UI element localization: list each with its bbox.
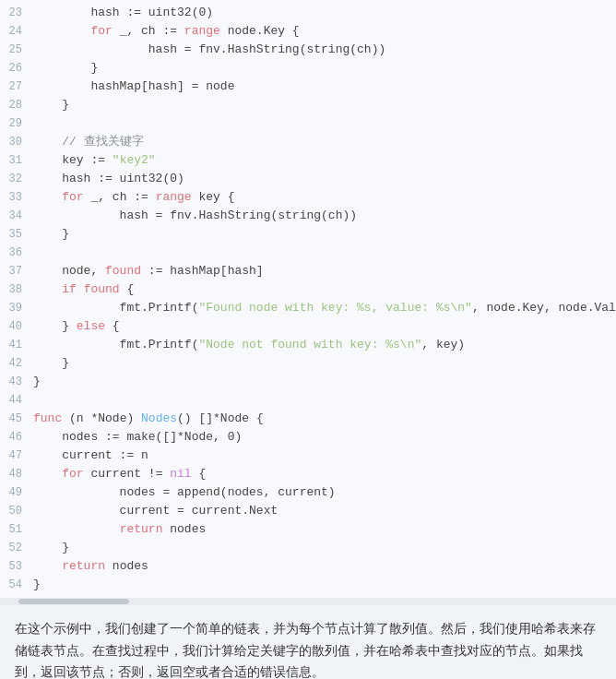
- line-number: 38: [0, 280, 33, 299]
- code-line: 50 current = current.Next: [0, 502, 616, 520]
- line-content: if found {: [33, 280, 616, 299]
- code-block: 23 hash := uint32(0)24 for _, ch := rang…: [0, 0, 616, 598]
- line-number: 34: [0, 207, 33, 225]
- code-line: 40 } else {: [0, 317, 616, 336]
- line-number: 45: [0, 410, 33, 428]
- code-line: 41 fmt.Printf("Node not found with key: …: [0, 336, 616, 354]
- line-content: return nodes: [33, 520, 616, 539]
- code-line: 44: [0, 391, 616, 410]
- code-line: 23 hash := uint32(0): [0, 4, 616, 22]
- description-area: 在这个示例中，我们创建了一个简单的链表，并为每个节点计算了散列值。然后，我们使用…: [0, 605, 616, 679]
- code-line: 25 hash = fnv.HashString(string(ch)): [0, 41, 616, 59]
- code-line: 39 fmt.Printf("Found node with key: %s, …: [0, 299, 616, 317]
- code-line: 27 hashMap[hash] = node: [0, 77, 616, 96]
- code-line: 32 hash := uint32(0): [0, 170, 616, 188]
- code-line: 24 for _, ch := range node.Key {: [0, 22, 616, 41]
- code-line: 28 }: [0, 96, 616, 114]
- line-number: 48: [0, 465, 33, 483]
- line-content: }: [33, 539, 616, 557]
- line-number: 41: [0, 336, 33, 354]
- line-content: key := "key2": [33, 151, 616, 170]
- line-number: 29: [0, 114, 33, 133]
- code-line: 52 }: [0, 539, 616, 557]
- line-number: 30: [0, 133, 33, 151]
- line-content: for _, ch := range node.Key {: [33, 22, 616, 41]
- code-line: 29: [0, 114, 616, 133]
- code-line: 34 hash = fnv.HashString(string(ch)): [0, 207, 616, 225]
- line-number: 26: [0, 59, 33, 77]
- code-line: 53 return nodes: [0, 557, 616, 576]
- line-number: 32: [0, 170, 33, 188]
- line-content: // 查找关键字: [33, 133, 616, 151]
- line-content: nodes = append(nodes, current): [33, 483, 616, 502]
- line-number: 44: [0, 391, 33, 410]
- line-number: 36: [0, 244, 33, 262]
- line-number: 47: [0, 447, 33, 465]
- code-line: 43}: [0, 373, 616, 391]
- line-content: current = current.Next: [33, 502, 616, 520]
- code-container: 23 hash := uint32(0)24 for _, ch := rang…: [0, 0, 616, 605]
- line-content: current := n: [33, 447, 616, 465]
- line-content: }: [33, 354, 616, 373]
- code-line: 33 for _, ch := range key {: [0, 188, 616, 207]
- line-number: 24: [0, 22, 33, 41]
- code-line: 47 current := n: [0, 447, 616, 465]
- line-number: 27: [0, 77, 33, 96]
- line-number: 25: [0, 41, 33, 59]
- code-line: 48 for current != nil {: [0, 465, 616, 483]
- code-line: 30 // 查找关键字: [0, 133, 616, 151]
- line-number: 49: [0, 483, 33, 502]
- description-text: 在这个示例中，我们创建了一个简单的链表，并为每个节点计算了散列值。然后，我们使用…: [15, 622, 596, 679]
- line-content: hash = fnv.HashString(string(ch)): [33, 207, 616, 225]
- line-number: 51: [0, 520, 33, 539]
- line-number: 35: [0, 225, 33, 244]
- line-content: }: [33, 96, 616, 114]
- line-content: hash = fnv.HashString(string(ch)): [33, 41, 616, 59]
- line-content: func (n *Node) Nodes() []*Node {: [33, 410, 616, 428]
- code-line: 37 node, found := hashMap[hash]: [0, 262, 616, 280]
- code-line: 51 return nodes: [0, 520, 616, 539]
- line-number: 40: [0, 317, 33, 336]
- line-number: 23: [0, 4, 33, 22]
- line-content: }: [33, 373, 616, 391]
- line-number: 52: [0, 539, 33, 557]
- line-number: 37: [0, 262, 33, 280]
- line-content: fmt.Printf("Node not found with key: %s\…: [33, 336, 616, 354]
- line-number: 54: [0, 576, 33, 594]
- line-content: }: [33, 225, 616, 244]
- code-line: 46 nodes := make([]*Node, 0): [0, 428, 616, 447]
- code-line: 36: [0, 244, 616, 262]
- main-container: 23 hash := uint32(0)24 for _, ch := rang…: [0, 0, 616, 679]
- line-number: 50: [0, 502, 33, 520]
- line-content: for _, ch := range key {: [33, 188, 616, 207]
- line-number: 39: [0, 299, 33, 317]
- line-number: 31: [0, 151, 33, 170]
- code-line: 49 nodes = append(nodes, current): [0, 483, 616, 502]
- line-content: for current != nil {: [33, 465, 616, 483]
- line-content: return nodes: [33, 557, 616, 576]
- line-number: 42: [0, 354, 33, 373]
- line-content: }: [33, 59, 616, 77]
- code-line: 54}: [0, 576, 616, 594]
- code-line: 42 }: [0, 354, 616, 373]
- line-number: 43: [0, 373, 33, 391]
- line-content: hash := uint32(0): [33, 4, 616, 22]
- code-line: 35 }: [0, 225, 616, 244]
- scrollbar-thumb[interactable]: [18, 599, 129, 604]
- line-content: fmt.Printf("Found node with key: %s, val…: [33, 299, 616, 317]
- code-line: 38 if found {: [0, 280, 616, 299]
- line-number: 28: [0, 96, 33, 114]
- line-number: 33: [0, 188, 33, 207]
- line-content: node, found := hashMap[hash]: [33, 262, 616, 280]
- code-line: 31 key := "key2": [0, 151, 616, 170]
- scrollbar-area[interactable]: [0, 598, 616, 605]
- line-content: hashMap[hash] = node: [33, 77, 616, 96]
- line-number: 53: [0, 557, 33, 576]
- line-content: nodes := make([]*Node, 0): [33, 428, 616, 447]
- line-content: }: [33, 576, 616, 594]
- line-content: } else {: [33, 317, 616, 336]
- code-line: 45func (n *Node) Nodes() []*Node {: [0, 410, 616, 428]
- line-number: 46: [0, 428, 33, 447]
- line-content: hash := uint32(0): [33, 170, 616, 188]
- code-line: 26 }: [0, 59, 616, 77]
